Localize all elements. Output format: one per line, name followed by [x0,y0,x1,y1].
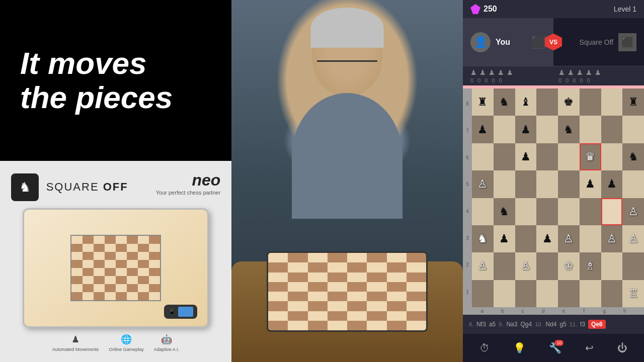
cell-e7[interactable]: ♞ [558,116,580,143]
cell-d6[interactable] [536,143,558,170]
cell-h5[interactable] [622,170,644,198]
neo-logo: neo [192,171,220,190]
timer-button[interactable]: ⏱ [474,339,495,357]
cell-g2[interactable] [601,252,623,280]
power-button[interactable]: ⏻ [612,339,632,357]
cell-e5[interactable] [558,170,580,198]
cell-f2[interactable]: ♗ [580,252,601,280]
cell-h7[interactable] [622,116,644,143]
piece-a3: ♞ [477,233,488,244]
cell-b6[interactable] [494,143,515,170]
tools-button[interactable]: 🔧 10 [544,339,567,357]
rank-labels: 8 7 6 5 4 3 2 1 [463,88,472,307]
cell-g3[interactable]: ♙ [601,225,623,252]
cell-g4[interactable] [601,198,623,225]
cell-c7[interactable]: ♟ [515,116,537,143]
chess-app: 250 Level 1 👤 You ⬛ VS Square Off ⬛ ♟ ♟ … [463,0,644,362]
cell-b2[interactable] [494,252,515,280]
cell-c5[interactable] [515,170,537,198]
cell-e8[interactable]: ♚ [558,88,580,116]
cell-h2[interactable] [622,252,644,280]
person-background: (function() { const physBoard = document… [231,0,463,362]
cell-a2[interactable]: ♙ [472,252,494,280]
cell-f1[interactable] [580,280,601,307]
cell-c4[interactable] [515,198,537,225]
cell-f3[interactable] [580,225,601,252]
cell-f7[interactable] [580,116,601,143]
cell-d3[interactable]: ♟ [536,225,558,252]
piece-c6: ♟ [521,151,531,162]
overlay-top: It movesthe pieces [0,0,231,161]
cell-f6[interactable]: ♛ [580,143,601,170]
cell-c2[interactable]: ♙ [515,252,537,280]
player-you-panel: 👤 You ⬛ [463,18,553,66]
cell-c1[interactable] [515,280,537,307]
captured-you: ♟ ♟ ♟ ♟ ♟ 00000 [470,68,548,83]
player-opponent-panel: Square Off ⬛ [553,18,644,66]
cell-a7[interactable]: ♟ [472,116,494,143]
cell-b7[interactable] [494,116,515,143]
cell-e6[interactable] [558,143,580,170]
cell-g8[interactable] [601,88,623,116]
cell-a6[interactable] [472,143,494,170]
piece-e8: ♚ [564,97,574,108]
cell-g1[interactable] [601,280,623,307]
cell-a3[interactable]: ♞ [472,225,494,252]
piece-f6: ♛ [585,151,595,162]
cell-d2[interactable] [536,252,558,280]
move-notation: 8. Nf3 a5 9. Na3 Qg4 10. Nd4 g5 11. f3 Q… [463,315,644,334]
cell-f5[interactable]: ♟ [580,170,601,198]
cell-c6[interactable]: ♟ [515,143,537,170]
cell-a8[interactable]: ♜ [472,88,494,116]
cell-h1[interactable]: ♖ [622,280,644,307]
cell-c3[interactable] [515,225,537,252]
feature-ai: 🤖 Adaptive A.I. [154,334,180,352]
cell-b3[interactable]: ♟ [494,225,515,252]
cell-h6[interactable]: ♞ [622,143,644,170]
cell-g5[interactable]: ♟ [601,170,623,198]
cell-e1[interactable] [558,280,580,307]
cell-d8[interactable] [536,88,558,116]
you-pieces-row: ♟ ♟ ♟ ♟ ♟ [470,68,548,76]
opponent-name: Square Off [580,38,613,46]
piece-c2: ♙ [521,260,531,272]
cell-f8[interactable] [580,88,601,116]
cell-b1[interactable] [494,280,515,307]
cell-a5[interactable]: ♙ [472,170,494,198]
cell-d1[interactable] [536,280,558,307]
cell-e3[interactable]: ♙ [558,225,580,252]
cell-b5[interactable] [494,170,515,198]
piece-b3: ♟ [499,233,509,244]
cell-a4[interactable] [472,198,494,225]
cell-b4[interactable]: ♞ [494,198,515,225]
back-button[interactable]: ↩ [580,339,599,357]
cell-e4[interactable] [558,198,580,225]
squareoff-logo: ♞ [11,173,39,201]
cell-d7[interactable] [536,116,558,143]
cell-f4[interactable] [580,198,601,225]
hint-button[interactable]: 💡 [508,339,531,357]
cell-h8[interactable]: ♜ [622,88,644,116]
piece-a7: ♟ [477,124,488,135]
cell-d4[interactable] [536,198,558,225]
cell-h4[interactable]: ♙ [622,198,644,225]
piece-f2: ♗ [585,260,595,272]
cell-h3[interactable]: ♙ [622,225,644,252]
cell-e2[interactable]: ♔ [558,252,580,280]
players-section: 👤 You ⬛ VS Square Off ⬛ [463,18,644,66]
piece-e2: ♔ [564,260,574,272]
feature-automated: ♟ Automated Movements [52,334,99,352]
horse-icon: ♞ [19,179,31,195]
file-labels: a b c d e f g h [463,307,644,315]
piece-a8: ♜ [477,97,488,108]
cell-a1[interactable] [472,280,494,307]
cell-b8[interactable]: ♞ [494,88,515,116]
avatar-icon: 👤 [474,36,488,49]
cell-d5[interactable] [536,170,558,198]
cell-c8[interactable]: ♝ [515,88,537,116]
chess-board-grid[interactable]: ♜♞♝♚♜♟♟♞♟♛♞♙♟♟♞♙♞♟♟♙♙♙♙♙♔♗♖ [472,88,644,307]
cell-g7[interactable] [601,116,623,143]
diamond-icon [470,4,480,14]
cell-g6[interactable] [601,143,623,170]
neo-tagline: Your perfect chess partner [156,190,221,196]
